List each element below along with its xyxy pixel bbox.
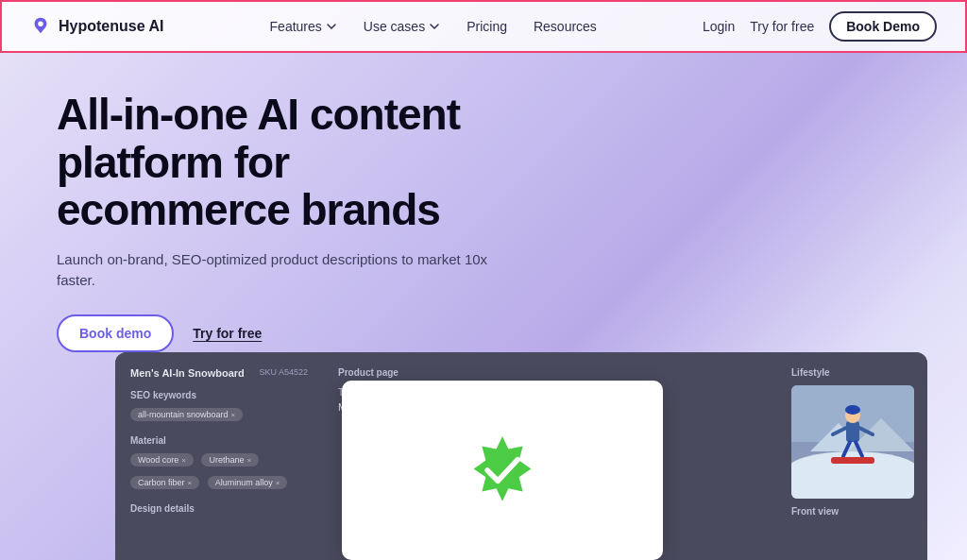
product-name: Men's AI-In Snowboard [130, 367, 245, 379]
svg-rect-4 [791, 466, 914, 499]
nav-pricing[interactable]: Pricing [467, 19, 507, 34]
hero-try-free-button[interactable]: Try for free [193, 326, 262, 341]
snowboarder-svg [791, 385, 914, 499]
product-sku: SKU A54522 [259, 367, 308, 377]
mockup-left-panel: Men's AI-In Snowboard SKU A54522 SEO key… [115, 352, 323, 560]
navbar: Hypotenuse AI Features Use cases Pricing… [0, 0, 967, 53]
svg-rect-14 [831, 457, 874, 464]
nav-links: Features Use cases Pricing Resources [270, 19, 597, 34]
mockup-right-panel: Lifestyle [776, 352, 927, 560]
try-free-button[interactable]: Try for free [750, 19, 814, 34]
seo-label: SEO keywords [130, 390, 308, 400]
hero-book-demo-button[interactable]: Book demo [57, 314, 174, 352]
design-field-group: Design details [130, 503, 308, 514]
front-view-label: Front view [791, 506, 912, 517]
success-overlay [342, 381, 663, 560]
design-label: Design details [130, 503, 308, 514]
mockup-card: Men's AI-In Snowboard SKU A54522 SEO key… [115, 352, 927, 560]
logo-icon [30, 16, 51, 37]
chevron-down-icon [326, 21, 337, 32]
material-label: Material [130, 435, 308, 446]
material-tag-2: Urethane × [201, 453, 259, 467]
mockup-container: Men's AI-In Snowboard SKU A54522 SEO key… [76, 352, 967, 560]
nav-resources[interactable]: Resources [534, 19, 597, 34]
material-field-group: Material Wood core × Urethane × Carbon f… [130, 435, 308, 492]
lifestyle-image [791, 385, 914, 499]
hero-buttons: Book demo Try for free [57, 314, 529, 352]
nav-actions: Login Try for free Book Demo [703, 11, 937, 42]
book-demo-nav-button[interactable]: Book Demo [829, 11, 937, 42]
chevron-down-icon [429, 21, 440, 32]
material-tag-3: Carbon fiber × [130, 476, 199, 489]
svg-rect-7 [846, 421, 859, 442]
nav-features[interactable]: Features [270, 19, 337, 34]
material-tag-1: Wood core × [130, 453, 194, 467]
nav-use-cases[interactable]: Use cases [364, 19, 440, 34]
svg-point-0 [38, 21, 43, 26]
page-type-label: Product page [338, 367, 761, 378]
lifestyle-label: Lifestyle [791, 367, 912, 378]
logo[interactable]: Hypotenuse AI [30, 16, 163, 37]
svg-point-9 [845, 405, 860, 415]
brand-name: Hypotenuse AI [59, 18, 163, 35]
seo-tag-1: all-mountain snowboard × [130, 408, 243, 421]
seo-field-group: SEO keywords all-mountain snowboard × [130, 390, 308, 424]
material-tag-4: Aluminum alloy × [208, 476, 288, 489]
login-button[interactable]: Login [703, 19, 735, 34]
hero-section: All-in-one AI content platform for ecomm… [0, 53, 585, 352]
hero-subtitle: Launch on-brand, SEO-optimized product d… [57, 249, 529, 292]
hero-title: All-in-one AI content platform for ecomm… [57, 91, 529, 234]
check-badge-icon [465, 433, 540, 508]
